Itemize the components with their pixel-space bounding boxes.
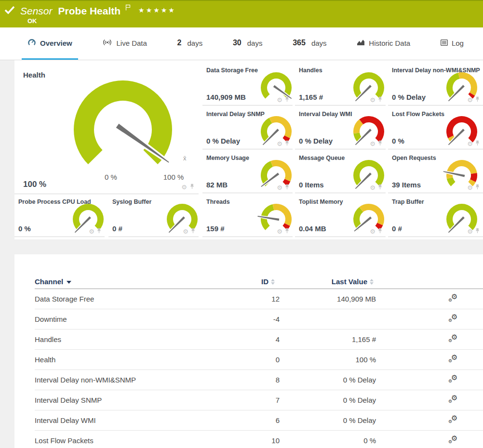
gauge-value: 0 # bbox=[392, 224, 402, 233]
pin-icon[interactable] bbox=[475, 227, 480, 236]
gauge-card-memory-usage[interactable]: Memory Usage82 MB⚙ bbox=[202, 152, 293, 193]
gauge-card-interval-delay-snmp[interactable]: Interval Delay SNMP0 % Delay⚙ bbox=[202, 108, 293, 149]
gear-icon[interactable]: ⚙ bbox=[277, 228, 282, 235]
channel-settings-gears-icon[interactable]: ⚙⚙ bbox=[448, 413, 459, 427]
gauge-card-trap-buffer[interactable]: Trap Buffer0 #⚙ bbox=[388, 196, 483, 237]
gauge-card-open-requests[interactable]: Open Requests39 Items⚙ bbox=[388, 152, 483, 193]
channel-settings-gears-icon[interactable]: ⚙⚙ bbox=[448, 393, 459, 407]
pin-icon[interactable] bbox=[284, 183, 290, 192]
channel-id: 12 bbox=[271, 289, 280, 309]
gauge-scale-max: 100 % bbox=[154, 173, 193, 181]
pin-icon[interactable] bbox=[377, 95, 383, 104]
gauge-card-message-queue[interactable]: Message Queue0 Items⚙ bbox=[295, 152, 386, 193]
pin-icon[interactable] bbox=[475, 139, 480, 148]
table-row: Interval Delay non-WMI&SNMP80 % Delay⚙⚙ bbox=[35, 370, 483, 390]
gear-icon[interactable]: ⚙ bbox=[467, 184, 473, 191]
gauge-title: Syslog Buffer bbox=[112, 198, 151, 205]
table-row: Health0100 %⚙⚙ bbox=[35, 350, 483, 370]
pin-icon[interactable] bbox=[96, 227, 102, 236]
column-header-last-value[interactable]: Last Value bbox=[304, 277, 374, 286]
gauge-card-toplist-memory[interactable]: Toplist Memory0.04 MB⚙ bbox=[295, 196, 386, 237]
gauge-title: Threads bbox=[206, 198, 230, 205]
health-gauge-dial bbox=[53, 72, 198, 187]
channel-settings-gears-icon[interactable]: ⚙⚙ bbox=[448, 312, 459, 326]
pin-icon[interactable] bbox=[377, 183, 383, 192]
gauge-title: Open Requests bbox=[392, 155, 436, 161]
channel-last-value: 0 % Delay bbox=[343, 410, 376, 430]
gauge-dial bbox=[161, 199, 203, 238]
column-header-channel[interactable]: Channel bbox=[35, 277, 71, 286]
channel-settings-gears-icon[interactable]: ⚙⚙ bbox=[448, 332, 459, 346]
gauge-dial bbox=[255, 68, 297, 106]
column-header-id[interactable]: ID bbox=[222, 277, 275, 286]
gear-icon[interactable]: ⚙ bbox=[370, 141, 376, 147]
gauge-card-health[interactable]: Health x̄ 0 % 100 % 100 % ⚙ bbox=[14, 64, 199, 194]
gear-icon[interactable]: ⚙ bbox=[370, 228, 376, 235]
pin-icon[interactable] bbox=[190, 227, 196, 236]
channel-last-value: 140,909 MB bbox=[337, 289, 376, 309]
tab-live-data[interactable]: Live Data bbox=[96, 27, 152, 60]
priority-stars[interactable]: ★★★★★ bbox=[138, 6, 176, 14]
pin-icon[interactable] bbox=[284, 139, 290, 148]
pin-icon[interactable] bbox=[475, 183, 480, 192]
tab-overview[interactable]: Overview bbox=[22, 27, 78, 60]
gear-icon[interactable]: ⚙ bbox=[181, 184, 187, 190]
gauge-title: Trap Buffer bbox=[392, 198, 424, 205]
gauge-value: 0 Items bbox=[299, 181, 324, 189]
page-title: Probe Health bbox=[58, 5, 121, 17]
histogram-icon bbox=[357, 39, 365, 47]
gauge-card-interval-delay-non-wmi-snmp[interactable]: Interval Delay non-WMI&SNMP0 % Delay⚙ bbox=[388, 64, 483, 105]
gauge-value: 39 Items bbox=[392, 181, 421, 189]
gauge-card-data-storage-free[interactable]: Data Storage Free140,909 MB⚙ bbox=[202, 64, 293, 105]
gauge-title: Data Storage Free bbox=[206, 67, 258, 74]
channel-settings-gears-icon[interactable]: ⚙⚙ bbox=[448, 352, 459, 367]
gauge-card-interval-delay-wmi[interactable]: Interval Delay WMI0 % Delay⚙ bbox=[295, 108, 386, 149]
gear-icon[interactable]: ⚙ bbox=[277, 184, 282, 191]
channel-id: 8 bbox=[276, 370, 280, 390]
pin-icon[interactable] bbox=[475, 95, 480, 104]
broadcast-icon bbox=[102, 39, 112, 47]
pin-icon[interactable] bbox=[284, 95, 290, 104]
pin-icon[interactable] bbox=[377, 139, 383, 148]
channel-settings-gears-icon[interactable]: ⚙⚙ bbox=[448, 433, 459, 448]
gauge-value: 140,909 MB bbox=[206, 93, 246, 101]
tab-log[interactable]: Log bbox=[435, 27, 470, 60]
gear-icon[interactable]: ⚙ bbox=[370, 184, 376, 191]
gauge-card-threads[interactable]: Threads159 #⚙ bbox=[202, 196, 293, 237]
tab-30-days[interactable]: 30days bbox=[227, 27, 268, 60]
sort-desc-icon bbox=[67, 281, 71, 284]
channel-settings-gears-icon[interactable]: ⚙⚙ bbox=[448, 291, 459, 306]
channel-id: 4 bbox=[276, 329, 280, 349]
gauge-value: 1,165 # bbox=[299, 93, 323, 101]
channel-last-value: 1,165 # bbox=[352, 329, 376, 349]
channel-settings-gears-icon[interactable]: ⚙⚙ bbox=[448, 372, 459, 387]
tab-label: days bbox=[247, 39, 263, 47]
gauge-card-probe-process-cpu-load[interactable]: Probe Process CPU Load0 %⚙ bbox=[14, 196, 105, 237]
gear-icon[interactable]: ⚙ bbox=[183, 228, 188, 235]
gauge-card-syslog-buffer[interactable]: Syslog Buffer0 #⚙ bbox=[108, 196, 199, 237]
tab-historic-data[interactable]: Historic Data bbox=[351, 27, 416, 60]
gauge-dial bbox=[67, 199, 109, 238]
gear-icon[interactable]: ⚙ bbox=[467, 141, 473, 147]
gauge-icon bbox=[27, 39, 36, 48]
gauge-card-handles[interactable]: Handles1,165 #⚙ bbox=[295, 64, 386, 105]
channel-name: Handles bbox=[35, 329, 61, 349]
pin-icon[interactable] bbox=[189, 183, 195, 191]
gear-icon[interactable]: ⚙ bbox=[467, 97, 473, 103]
table-row: Interval Delay SNMP70 % Delay⚙⚙ bbox=[35, 390, 483, 410]
gear-icon[interactable]: ⚙ bbox=[467, 228, 473, 235]
gear-icon[interactable]: ⚙ bbox=[370, 97, 376, 103]
table-row: Handles41,165 #⚙⚙ bbox=[35, 329, 483, 350]
pin-icon[interactable] bbox=[377, 227, 383, 236]
gear-icon[interactable]: ⚙ bbox=[89, 228, 94, 235]
log-icon bbox=[441, 39, 448, 47]
tab-2-days[interactable]: 2days bbox=[172, 27, 209, 60]
tab-365-days[interactable]: 365days bbox=[287, 27, 332, 60]
gauge-value: 0 # bbox=[112, 224, 122, 233]
gauge-value: 0 % bbox=[18, 224, 31, 233]
pin-icon[interactable] bbox=[284, 227, 290, 236]
gauge-card-lost-flow-packets[interactable]: Lost Flow Packets0 %⚙ bbox=[388, 108, 483, 149]
gear-icon[interactable]: ⚙ bbox=[277, 97, 282, 103]
gear-icon[interactable]: ⚙ bbox=[277, 141, 282, 147]
flag-icon[interactable] bbox=[125, 4, 131, 13]
